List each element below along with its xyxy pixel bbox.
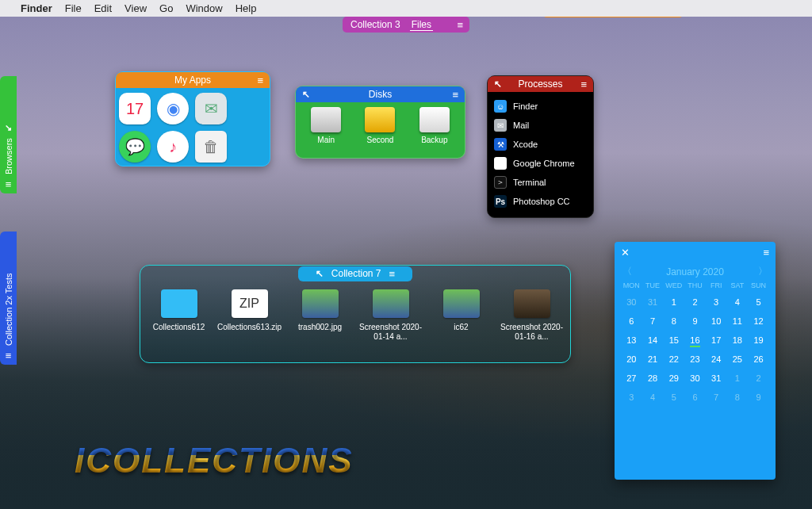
calendar-day[interactable]: 11 xyxy=(727,312,749,331)
hamburger-icon[interactable] xyxy=(763,247,769,258)
file-item[interactable]: trash002.jpg xyxy=(288,289,353,341)
calendar-day[interactable]: 16 xyxy=(684,331,706,350)
calendar-day[interactable]: 3 xyxy=(706,293,727,312)
hamburger-icon[interactable] xyxy=(257,75,263,86)
calendar-day[interactable]: 25 xyxy=(727,350,749,369)
calendar-icon[interactable]: 17 xyxy=(119,93,151,124)
calendar-day[interactable]: 6 xyxy=(621,312,642,331)
calendar-day[interactable]: 19 xyxy=(748,331,769,350)
calendar-day[interactable]: 2 xyxy=(684,293,706,312)
hamburger-icon[interactable] xyxy=(6,350,12,362)
calendar-day[interactable]: 5 xyxy=(663,388,684,407)
calendar-dow: THU xyxy=(684,281,706,293)
calendar-day[interactable]: 21 xyxy=(642,350,664,369)
disk-item[interactable]: Backup xyxy=(419,107,450,144)
tab-files[interactable]: Files xyxy=(410,19,433,31)
hamburger-icon[interactable] xyxy=(457,19,463,31)
calendar-widget[interactable]: ✕ 〈 January 2020 〉 MONTUEWEDTHUFRISATSUN… xyxy=(615,242,776,480)
tab-collection-3[interactable]: Collection 3 xyxy=(349,19,402,30)
calendar-day[interactable]: 15 xyxy=(663,331,684,350)
calendar-day[interactable]: 2 xyxy=(748,369,769,388)
file-item[interactable]: ic62 xyxy=(429,289,494,341)
edge-tab-collection2x[interactable]: Collection 2x Tests xyxy=(0,232,17,365)
calendar-day[interactable]: 23 xyxy=(684,350,706,369)
hamburger-icon[interactable] xyxy=(580,78,587,90)
app-logo: ICOLLECTIONS xyxy=(75,441,354,480)
calendar-day[interactable]: 8 xyxy=(727,388,749,407)
process-item[interactable]: ◉Google Chrome xyxy=(491,154,590,173)
calendar-day[interactable]: 17 xyxy=(706,331,727,350)
process-item[interactable]: ☺Finder xyxy=(491,97,590,116)
messages-icon[interactable]: 💬 xyxy=(119,131,151,163)
calendar-day[interactable]: 4 xyxy=(642,388,664,407)
calendar-day[interactable]: 9 xyxy=(748,388,769,407)
expand-icon[interactable] xyxy=(302,89,310,100)
file-item[interactable]: ZIPCollections613.zip xyxy=(217,289,282,341)
calendar-day[interactable]: 1 xyxy=(727,369,749,388)
calendar-day[interactable]: 1 xyxy=(663,293,684,312)
calendar-day[interactable]: 14 xyxy=(642,331,664,350)
calendar-day[interactable]: 12 xyxy=(748,312,769,331)
chrome-icon: ◉ xyxy=(494,157,507,170)
menubar-app[interactable]: Finder xyxy=(21,2,52,14)
file-item[interactable]: Screenshot 2020-01-16 a... xyxy=(500,289,565,341)
stamp-icon[interactable]: ✉ xyxy=(195,93,227,124)
calendar-day[interactable]: 30 xyxy=(684,369,706,388)
panel-processes[interactable]: Processes ☺Finder ✉Mail ⚒Xcode ◉Google C… xyxy=(487,75,594,218)
menu-view[interactable]: View xyxy=(124,2,147,14)
calendar-day[interactable]: 28 xyxy=(642,369,664,388)
calendar-day[interactable]: 26 xyxy=(748,350,769,369)
calendar-day[interactable]: 20 xyxy=(621,350,642,369)
calendar-day[interactable]: 10 xyxy=(706,312,727,331)
menu-go[interactable]: Go xyxy=(159,2,173,14)
disk-item[interactable]: Main xyxy=(311,107,341,144)
process-item[interactable]: ✉Mail xyxy=(491,116,590,135)
hamburger-icon[interactable] xyxy=(452,89,458,101)
process-item[interactable]: ＞Terminal xyxy=(491,173,590,192)
menu-help[interactable]: Help xyxy=(236,2,257,14)
prev-month-icon[interactable]: 〈 xyxy=(622,265,632,278)
calendar-day[interactable]: 18 xyxy=(727,331,749,350)
expand-icon[interactable] xyxy=(494,78,502,90)
panel-my-apps[interactable]: My Apps 17 ◉ ✉ 💬 ♪ 🗑 xyxy=(115,71,270,166)
top-collection-purple[interactable]: Collection 3 Files xyxy=(343,17,469,33)
panel-collection-7[interactable]: Collection 7 Collections612 ZIPCollectio… xyxy=(140,265,571,363)
calendar-day[interactable]: 13 xyxy=(621,331,642,350)
process-item[interactable]: PsPhotoshop CC xyxy=(491,192,590,211)
process-item[interactable]: ⚒Xcode xyxy=(491,135,590,154)
expand-icon[interactable] xyxy=(5,124,12,134)
close-icon[interactable]: ✕ xyxy=(621,247,630,258)
chrome-icon[interactable]: ◉ xyxy=(157,93,189,124)
file-item[interactable]: Collections612 xyxy=(147,289,212,341)
calendar-day[interactable]: 27 xyxy=(621,369,642,388)
panel-disks[interactable]: Disks Main Second Backup xyxy=(295,86,465,159)
hamburger-icon[interactable] xyxy=(6,178,12,190)
edge-tab-browsers[interactable]: Browsers xyxy=(0,76,17,193)
trash-icon[interactable]: 🗑 xyxy=(195,131,227,163)
calendar-day[interactable]: 6 xyxy=(684,388,706,407)
calendar-day[interactable]: 3 xyxy=(621,388,642,407)
calendar-day[interactable]: 31 xyxy=(706,369,727,388)
expand-icon[interactable] xyxy=(316,268,324,279)
file-item[interactable]: Screenshot 2020-01-14 a... xyxy=(358,289,423,341)
calendar-day[interactable]: 31 xyxy=(642,293,664,312)
calendar-day[interactable]: 4 xyxy=(727,293,749,312)
calendar-day[interactable]: 7 xyxy=(642,312,664,331)
panel-title: Disks xyxy=(296,89,465,100)
menu-edit[interactable]: Edit xyxy=(94,2,112,14)
calendar-day[interactable]: 7 xyxy=(706,388,727,407)
calendar-day[interactable]: 30 xyxy=(621,293,642,312)
calendar-day[interactable]: 24 xyxy=(706,350,727,369)
calendar-day[interactable]: 29 xyxy=(663,369,684,388)
calendar-day[interactable]: 5 xyxy=(748,293,769,312)
calendar-day[interactable]: 22 xyxy=(663,350,684,369)
menu-file[interactable]: File xyxy=(65,2,82,14)
next-month-icon[interactable]: 〉 xyxy=(758,265,768,278)
menu-window[interactable]: Window xyxy=(186,2,222,14)
edge-tab-label: Browsers xyxy=(4,139,13,175)
calendar-day[interactable]: 8 xyxy=(663,312,684,331)
music-icon[interactable]: ♪ xyxy=(157,131,189,163)
calendar-day[interactable]: 9 xyxy=(684,312,706,331)
hamburger-icon[interactable] xyxy=(389,268,396,280)
disk-item[interactable]: Second xyxy=(365,107,395,144)
